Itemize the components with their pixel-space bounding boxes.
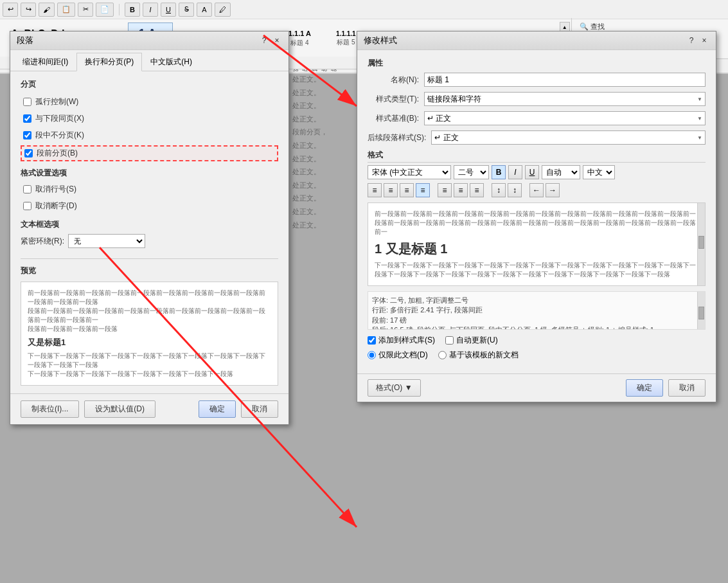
dialog-help-btn[interactable]: ? [259, 35, 269, 46]
italic-format-btn[interactable]: I [508, 165, 522, 179]
tab-zhongwen[interactable]: 中文版式(H) [142, 52, 200, 71]
bold-format-btn[interactable]: B [492, 165, 506, 179]
doc-content: 处正文。 处正文。 处正文。 处正文。 段前分页， 处正文。 处正文。 处正文。… [292, 74, 328, 233]
prop-select-type[interactable]: 链接段落和字符 [424, 92, 706, 106]
doc-line: 处正文。 [292, 193, 328, 204]
textbox-select[interactable]: 无 [68, 234, 145, 248]
underline-format-btn[interactable]: U [525, 165, 539, 179]
btn-cancel-modify[interactable]: 取消 [668, 379, 706, 397]
btn-table[interactable]: 制表位(I)... [21, 400, 79, 418]
dialog-modify-titlebar: 修改样式 ? × [357, 31, 716, 50]
options-row: 添加到样式库(S) 自动更新(U) [368, 335, 706, 346]
option-auto-update: 自动更新(U) [445, 335, 498, 346]
doc-line: 处正文。 [292, 154, 328, 165]
desc-scrollbar-thumb [698, 307, 704, 319]
align-right-btn[interactable]: ≡ [400, 183, 414, 197]
dialog-modify: 修改样式 ? × 属性 名称(N): 样式类型(T): 链接段落和字符 样式基准… [357, 31, 716, 402]
underline-btn[interactable]: U [161, 3, 176, 17]
align-distribute-btn[interactable]: ≡ [454, 183, 468, 197]
font-size-select[interactable]: 二号 [454, 165, 489, 179]
btn-ok-duanluo[interactable]: 确定 [199, 400, 236, 418]
font-color-btn[interactable]: A [197, 3, 212, 17]
align-spacer [432, 183, 436, 197]
style-preview-heading4: 1.1.1 A [289, 30, 311, 38]
desc-scrollbar[interactable] [697, 292, 705, 329]
checkbox-duanzhong-input[interactable] [23, 131, 31, 139]
prop-row-base: 样式基准(B): ↵ 正文 [368, 111, 706, 125]
option-auto-update-input[interactable] [445, 336, 454, 345]
checkbox-yuxia-input[interactable] [23, 114, 31, 123]
radio-only-doc-input[interactable] [368, 351, 376, 359]
doc-line: 段前分页， [292, 127, 328, 138]
align-left-btn[interactable]: ≡ [368, 183, 382, 197]
preview-before-text2: 段落前一段落前一段落前一段落前一段落前一段落前一段落前一段落前一段落前一段落前一… [28, 307, 271, 325]
line-spacing-btn[interactable]: ↕ [492, 183, 506, 197]
align-btns: ≡ ≡ ≡ ≡ ≡ ≡ ≡ ↕ ↕ ← → [368, 183, 706, 197]
para-spacing-btn[interactable]: ↕ [508, 183, 522, 197]
paste-btn[interactable]: 📋 [57, 3, 75, 17]
strikethrough-btn[interactable]: S̶ [179, 3, 194, 17]
prop-select-wrap-type: 链接段落和字符 [424, 92, 706, 106]
highlight-btn[interactable]: 🖊 [215, 3, 231, 17]
tab-huanhang[interactable]: 换行和分页(P) [76, 53, 142, 71]
bold-btn[interactable]: B [125, 3, 140, 17]
doc-line: 处正文。 [292, 166, 328, 178]
btn-default[interactable]: 设为默认值(D) [84, 400, 155, 418]
prop-input-name[interactable] [424, 73, 706, 87]
checkbox-guhang-label: 孤行控制(W) [35, 96, 78, 107]
align-both-btn[interactable]: ≡ [438, 183, 452, 197]
doc-line: 处正文。 [292, 74, 328, 85]
dialog-duanluo-footer: 制表位(I)... 设为默认值(D) 确定 取消 [10, 393, 289, 424]
checkbox-quxiao-hang-input[interactable] [23, 185, 31, 193]
font-family-select[interactable]: 宋体 (中文正文 [368, 165, 451, 179]
copy-btn[interactable]: 📄 [96, 3, 114, 17]
tab-suojin[interactable]: 缩进和间距(I) [14, 52, 76, 71]
checkbox-quxiao-duan-label: 取消断字(D) [35, 201, 77, 211]
italic-btn[interactable]: I [143, 3, 158, 17]
color-select[interactable]: 自动 [542, 165, 580, 179]
modify-preview-area: 前一段落前一段落前一段落前一段落前一段落前一段落前一段落前一段落前一段落前一段落… [368, 202, 706, 286]
dialog-modify-title-actions: ? × [686, 35, 709, 46]
prop-select-next[interactable]: ↵ 正文 [431, 130, 706, 145]
radio-row: 仅限此文档(D) 基于该模板的新文档 [368, 350, 706, 361]
align-cjk-btn[interactable]: ≡ [470, 183, 484, 197]
modify-scrollbar[interactable] [697, 203, 705, 285]
desc-line2: 行距: 多倍行距 2.41 字行, 段落间距 [372, 305, 701, 315]
checkbox-duanqian-input[interactable] [24, 149, 33, 157]
modify-desc: 字体: 二号, 加粗, 字距调整二号 行距: 多倍行距 2.41 字行, 段落间… [368, 291, 706, 330]
dialog-modify-close-btn[interactable]: × [699, 35, 709, 46]
divider [119, 4, 120, 15]
section-textbox: 文本框选项 紧密环绕(R): 无 [21, 219, 278, 248]
btn-cancel-duanluo[interactable]: 取消 [241, 400, 278, 418]
checkbox-guhang-input[interactable] [23, 98, 31, 106]
dialog-close-btn[interactable]: × [272, 35, 282, 46]
undo-btn[interactable]: ↩ [3, 3, 18, 17]
modify-preview-heading: 1 又是标题 1 [375, 239, 698, 258]
align-justify-btn[interactable]: ≡ [416, 183, 430, 197]
cut-btn[interactable]: ✂ [78, 3, 93, 17]
indent-decrease-btn[interactable]: ← [529, 183, 544, 197]
preview-before-text: 前一段落前一段落前一段落前一段落前一段落前一段落前一段落前一段落前一段落前一段落… [28, 289, 271, 307]
format-section-title: 格式 [368, 150, 706, 163]
btn-format[interactable]: 格式(O) ▼ [368, 379, 421, 397]
checkbox-yuxia-label: 与下段同页(X) [35, 113, 84, 124]
checkbox-duanqian-label: 段前分页(B) [37, 148, 78, 159]
checkbox-quxiao-duan-input[interactable] [23, 202, 31, 210]
doc-line: 处正文。 [292, 206, 328, 218]
format-painter-btn[interactable]: 🖌 [39, 3, 55, 17]
prop-select-base[interactable]: ↵ 正文 [424, 111, 706, 125]
checkbox-duanzhong-label: 段中不分页(K) [35, 130, 84, 141]
option-add-gallery-input[interactable] [368, 336, 376, 345]
align-center-btn[interactable]: ≡ [384, 183, 398, 197]
dialog-title-actions: ? × [259, 35, 282, 46]
indent-increase-btn[interactable]: → [546, 183, 560, 197]
style-label-heading5: 标题 5 [337, 38, 355, 47]
preview-title: 预览 [21, 265, 278, 276]
dialog-modify-help-btn[interactable]: ? [686, 35, 697, 46]
btn-ok-modify[interactable]: 确定 [626, 379, 663, 397]
lang-select[interactable]: 中文 [583, 165, 615, 179]
desc-line4: 段后: 16.5 磅, 段前分页, 与下段同页, 段中不分分页, 1 级, 多级… [372, 325, 701, 330]
preview-after-text: 下一段落下一段落下一段落下一段落下一段落下一段落下一段落下一段落下一段落下一段落… [28, 352, 271, 370]
radio-base-template-input[interactable] [438, 351, 447, 359]
redo-btn[interactable]: ↪ [21, 3, 36, 17]
